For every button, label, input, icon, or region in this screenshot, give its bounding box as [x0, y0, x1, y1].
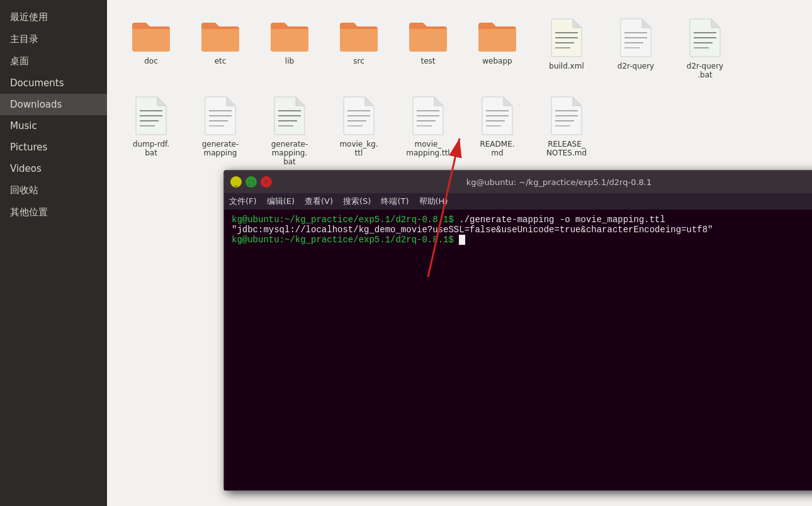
file-item-movie_mapping.ttl[interactable]: movie_mapping.ttl [397, 91, 460, 171]
folder-label: src [353, 57, 364, 65]
terminal-line: kg@ubuntu:~/kg_practice/exp5.1/d2rq-0.8.… [232, 235, 812, 245]
folder-item-etc[interactable]: etc [189, 13, 252, 84]
folder-icon [339, 18, 379, 53]
sidebar-item-desktop[interactable]: 桌面 [0, 50, 107, 72]
file-item-generate-mapping.bat[interactable]: generate-mapping.bat [258, 91, 321, 171]
terminal-menu-item[interactable]: 帮助(H) [419, 196, 448, 207]
file-label: dump-rdf.bat [133, 140, 169, 157]
folder-icon [131, 18, 171, 53]
terminal-menubar: 文件(F)编辑(E)查看(V)搜索(S)终端(T)帮助(H) [224, 193, 812, 210]
file-label: generate-mapping.bat [271, 140, 308, 166]
folder-item-doc[interactable]: doc [120, 13, 183, 84]
folder-item-lib[interactable]: lib [258, 13, 321, 84]
file-label: build.xml [549, 62, 584, 70]
sidebar-item-pictures[interactable]: Pictures [0, 137, 107, 158]
maximize-button[interactable]: □ [245, 176, 257, 188]
folder-item-src[interactable]: src [327, 13, 390, 84]
folder-label: test [420, 57, 435, 65]
sidebar-item-home[interactable]: 主目录 [0, 28, 107, 50]
file-label: d2r-query.bat [687, 62, 723, 79]
terminal-line: kg@ubuntu:~/kg_practice/exp5.1/d2rq-0.8.… [232, 215, 812, 235]
file-icon [550, 18, 583, 58]
terminal-prompt: kg@ubuntu:~/kg_practice/exp5.1/d2rq-0.8.… [232, 215, 454, 225]
folder-label: webapp [482, 57, 512, 65]
folder-label: doc [144, 57, 158, 65]
file-item-d2r-query.bat[interactable]: d2r-query.bat [674, 13, 736, 84]
file-icon [689, 18, 721, 58]
file-label: movie_mapping.ttl [406, 140, 449, 157]
folder-item-webapp[interactable]: webapp [466, 13, 529, 84]
file-item-README.md[interactable]: README.md [466, 91, 529, 171]
folder-icon [269, 18, 310, 53]
terminal-title: kg@ubuntu: ~/kg_practice/exp5.1/d2rq-0.8… [272, 177, 812, 187]
folder-label: etc [215, 57, 227, 65]
terminal-menu-item[interactable]: 搜索(S) [343, 196, 371, 207]
file-icon [619, 18, 652, 58]
minimize-button[interactable]: _ [230, 176, 242, 188]
terminal-window-controls: _ □ ✕ [230, 176, 272, 188]
file-icon [412, 96, 444, 136]
file-label: d2r-query [617, 62, 654, 70]
file-icon [204, 96, 237, 136]
sidebar-item-trash[interactable]: 回收站 [0, 179, 107, 201]
terminal-window: _ □ ✕ kg@ubuntu: ~/kg_practice/exp5.1/d2… [223, 170, 812, 491]
file-icon [273, 96, 306, 136]
sidebar: 最近使用主目录桌面DocumentsDownloadsMusicPictures… [0, 0, 107, 506]
sidebar-item-downloads[interactable]: Downloads [0, 94, 107, 115]
file-icon [550, 96, 583, 136]
file-label: README.md [480, 140, 514, 157]
folder-icon [200, 18, 240, 53]
sidebar-item-videos[interactable]: Videos [0, 158, 107, 179]
terminal-titlebar: _ □ ✕ kg@ubuntu: ~/kg_practice/exp5.1/d2… [224, 171, 812, 193]
file-icon [342, 96, 375, 136]
close-button[interactable]: ✕ [261, 176, 272, 188]
terminal-menu-item[interactable]: 查看(V) [305, 196, 333, 207]
file-label: RELEASE_NOTES.md [546, 140, 587, 157]
file-grid: doc etc lib src test webapp build.xml d2… [120, 13, 799, 171]
folder-icon [408, 18, 448, 53]
sidebar-item-documents[interactable]: Documents [0, 72, 107, 94]
folder-item-test[interactable]: test [397, 13, 460, 84]
file-item-generate-mapping[interactable]: generate-mapping [189, 91, 252, 171]
file-icon [481, 96, 514, 136]
sidebar-item-recent[interactable]: 最近使用 [0, 6, 107, 28]
file-item-build.xml[interactable]: build.xml [535, 13, 598, 84]
terminal-menu-item[interactable]: 文件(F) [229, 196, 257, 207]
terminal-menu-item[interactable]: 终端(T) [381, 196, 409, 207]
sidebar-item-music[interactable]: Music [0, 115, 107, 137]
file-label: movie_kg.ttl [339, 140, 378, 157]
file-item-d2r-query[interactable]: d2r-query [604, 13, 667, 84]
terminal-body[interactable]: kg@ubuntu:~/kg_practice/exp5.1/d2rq-0.8.… [224, 210, 812, 490]
sidebar-item-other[interactable]: 其他位置 [0, 201, 107, 223]
terminal-prompt: kg@ubuntu:~/kg_practice/exp5.1/d2rq-0.8.… [232, 235, 454, 245]
file-item-RELEASE_NOTES.md[interactable]: RELEASE_NOTES.md [535, 91, 598, 171]
terminal-menu-item[interactable]: 编辑(E) [267, 196, 295, 207]
folder-label: lib [285, 57, 294, 65]
file-icon [135, 96, 167, 136]
terminal-cursor [459, 235, 465, 245]
file-item-movie_kg.ttl[interactable]: movie_kg.ttl [327, 91, 390, 171]
file-area: doc etc lib src test webapp build.xml d2… [107, 0, 812, 506]
file-label: generate-mapping [202, 140, 239, 157]
folder-icon [477, 18, 517, 53]
terminal-command [454, 235, 459, 245]
file-item-dump-rdf.bat[interactable]: dump-rdf.bat [120, 91, 183, 171]
